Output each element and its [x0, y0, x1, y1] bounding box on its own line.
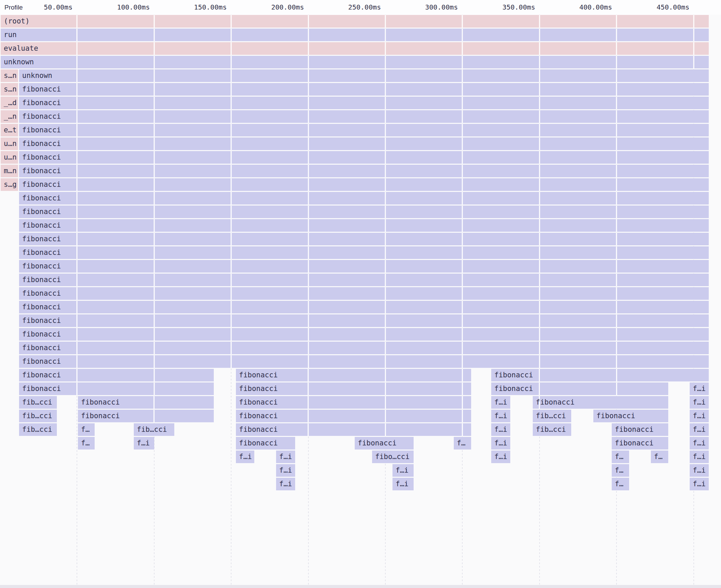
- flame-bar[interactable]: fibonacci: [19, 382, 214, 395]
- flame-bar[interactable]: f…: [612, 478, 629, 490]
- flame-bar[interactable]: f…i: [690, 410, 709, 422]
- flame-bar[interactable]: s…g: [1, 178, 18, 191]
- flame-bar[interactable]: fibonacci: [236, 369, 471, 381]
- flame-bar[interactable]: fibonacci: [19, 151, 709, 164]
- flame-bar[interactable]: fibonacci: [78, 410, 214, 422]
- flame-bar[interactable]: f…i: [392, 478, 414, 490]
- flame-bar[interactable]: e…t: [1, 124, 18, 136]
- flame-bar[interactable]: fibonacci: [236, 437, 295, 450]
- flame-bar[interactable]: (root): [1, 15, 709, 28]
- flame-bar[interactable]: f…i: [690, 478, 709, 490]
- flame-row: fibonaccifibonaccifibonaccif…i: [0, 382, 721, 395]
- flame-bar-label: f…: [615, 466, 623, 474]
- flame-bar[interactable]: m…n: [1, 165, 18, 177]
- flame-bar[interactable]: fib…cci: [533, 423, 571, 436]
- flame-bar[interactable]: fibonacci: [19, 219, 709, 232]
- flame-bar[interactable]: f…i: [392, 464, 414, 477]
- flame-bar[interactable]: fibonacci: [612, 423, 668, 436]
- flame-bar[interactable]: fibonacci: [19, 355, 709, 368]
- flame-bar-label: f…i: [693, 425, 706, 434]
- flame-bar-label: fibonacci: [22, 235, 61, 243]
- flame-bar[interactable]: _…d: [1, 97, 18, 109]
- flame-bar[interactable]: fib…cci: [19, 423, 57, 436]
- flame-bar[interactable]: fibonacci: [236, 410, 471, 422]
- flame-bar[interactable]: f…i: [491, 423, 510, 436]
- flame-bar[interactable]: fibonacci: [19, 314, 709, 327]
- flame-bar[interactable]: f…: [454, 437, 471, 450]
- flame-bar[interactable]: f…: [78, 437, 95, 450]
- flame-bar[interactable]: fib…cci: [134, 423, 174, 436]
- flame-bar[interactable]: f…i: [690, 396, 709, 409]
- flame-bar[interactable]: u…n: [1, 151, 18, 164]
- flame-bar-label: fib…cci: [22, 412, 52, 420]
- horizontal-scrollbar-track[interactable]: [0, 585, 721, 588]
- flame-bar[interactable]: fibonacci: [533, 396, 668, 409]
- flame-bar[interactable]: run: [1, 29, 709, 41]
- flame-bar[interactable]: fibonacci: [236, 382, 471, 395]
- flame-bar[interactable]: fibonacci: [236, 423, 471, 436]
- flame-bar[interactable]: fibonacci: [236, 396, 471, 409]
- flame-bar[interactable]: fibonacci: [19, 369, 214, 381]
- flame-bar[interactable]: fib…cci: [19, 396, 57, 409]
- flame-bar[interactable]: f…i: [690, 382, 709, 395]
- flame-bar[interactable]: f…i: [276, 451, 295, 463]
- flame-bar[interactable]: evaluate: [1, 42, 709, 55]
- flame-bar[interactable]: fibonacci: [19, 233, 709, 245]
- flame-bar[interactable]: fibonacci: [19, 301, 709, 313]
- flame-bar[interactable]: f…i: [491, 396, 510, 409]
- flame-bar-label: fibonacci: [22, 180, 61, 189]
- flame-bar[interactable]: f…: [612, 464, 629, 477]
- flame-bar[interactable]: f…: [612, 451, 629, 463]
- flame-bar[interactable]: fibonacci: [19, 110, 709, 123]
- flame-bar[interactable]: fibonacci: [19, 137, 709, 150]
- flame-bar[interactable]: fibonacci: [355, 437, 414, 450]
- flame-bar[interactable]: unknown: [1, 56, 709, 68]
- flame-bar[interactable]: f…i: [491, 437, 510, 450]
- flame-bar[interactable]: fibonacci: [19, 287, 709, 300]
- flame-bar[interactable]: fibonacci: [19, 342, 709, 354]
- flame-bar[interactable]: f…: [78, 423, 95, 436]
- flame-bar[interactable]: f…i: [491, 410, 510, 422]
- flame-bar[interactable]: fib…cci: [19, 410, 57, 422]
- flame-bar[interactable]: unknown: [19, 69, 709, 82]
- flame-bar[interactable]: fibonacci: [19, 206, 709, 218]
- flame-bar[interactable]: fibonacci: [491, 369, 709, 381]
- flame-bar[interactable]: f…: [651, 451, 668, 463]
- flame-bar[interactable]: fibonacci: [19, 97, 709, 109]
- flame-bar-label: s…n: [4, 85, 17, 93]
- flame-bar[interactable]: f…i: [690, 437, 709, 450]
- flame-bar[interactable]: s…n: [1, 69, 18, 82]
- flame-bar[interactable]: fibonacci: [19, 246, 709, 259]
- flame-bar[interactable]: f…i: [690, 451, 709, 463]
- flame-bar[interactable]: fibonacci: [593, 410, 668, 422]
- flame-bar[interactable]: _…n: [1, 110, 18, 123]
- flame-bar-label: s…n: [4, 71, 17, 80]
- flame-bar-label: f…i: [494, 398, 507, 406]
- flame-bar[interactable]: fibonacci: [78, 396, 214, 409]
- flame-bar[interactable]: f…i: [134, 437, 154, 450]
- flame-bar[interactable]: fibonacci: [491, 382, 668, 395]
- flame-bar[interactable]: f…i: [690, 423, 709, 436]
- flame-bar[interactable]: fibonacci: [612, 437, 668, 450]
- flame-bar-label: f…i: [693, 466, 706, 474]
- flame-bar[interactable]: fibonacci: [19, 260, 709, 273]
- flame-bar[interactable]: f…i: [276, 464, 295, 477]
- flame-bar[interactable]: f…i: [491, 451, 510, 463]
- flame-bar[interactable]: fib…cci: [533, 410, 571, 422]
- flame-bar-label: fib…cci: [22, 398, 52, 406]
- flame-bar[interactable]: fibonacci: [19, 165, 709, 177]
- flame-bar[interactable]: fibonacci: [19, 192, 709, 205]
- flame-bar[interactable]: u…n: [1, 137, 18, 150]
- flame-bar[interactable]: fibonacci: [19, 178, 709, 191]
- flame-bar[interactable]: f…i: [690, 464, 709, 477]
- flame-row: fibonacci: [0, 328, 721, 341]
- flame-bar-label: m…n: [4, 167, 17, 175]
- flame-bar[interactable]: f…i: [276, 478, 295, 490]
- flame-bar[interactable]: fibo…cci: [372, 451, 414, 463]
- flame-bar[interactable]: fibonacci: [19, 83, 709, 96]
- flame-bar[interactable]: fibonacci: [19, 328, 709, 341]
- flame-bar[interactable]: f…i: [236, 451, 254, 463]
- flame-bar[interactable]: fibonacci: [19, 274, 709, 286]
- flame-bar[interactable]: s…n: [1, 83, 18, 96]
- flame-bar[interactable]: fibonacci: [19, 124, 709, 136]
